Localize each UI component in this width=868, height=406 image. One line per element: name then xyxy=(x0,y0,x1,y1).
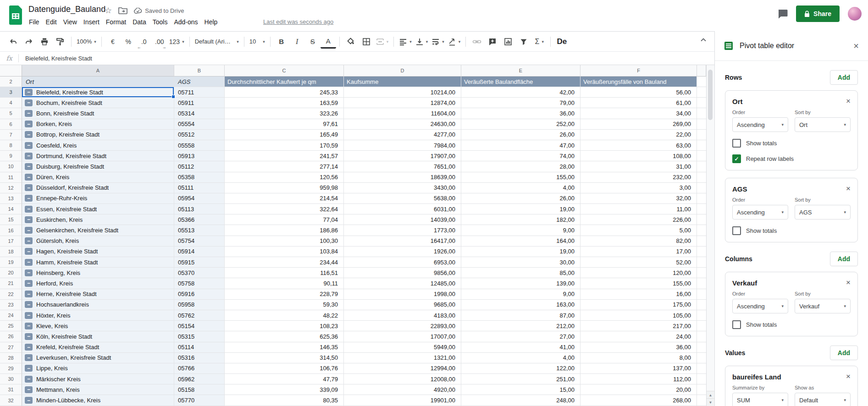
ags-order-select[interactable]: Ascending▾ xyxy=(732,205,788,219)
cell-kaufsumme[interactable]: 4277,00 xyxy=(344,130,461,140)
cell-ort[interactable]: −Leverkusen, Kreisfreie Stadt xyxy=(22,353,174,363)
cell-faelle[interactable]: 175,00 xyxy=(581,300,697,310)
text-rotation-button[interactable]: ▾ xyxy=(446,35,463,48)
menu-insert[interactable]: Insert xyxy=(80,16,103,27)
cell-ort[interactable]: −Coesfeld, Kreis xyxy=(22,140,174,151)
cell-faelle[interactable]: 56,00 xyxy=(581,87,697,98)
row-number[interactable]: 25 xyxy=(0,321,22,331)
create-filter-button[interactable] xyxy=(516,35,531,48)
menu-data[interactable]: Data xyxy=(129,16,149,27)
cell-flaeche[interactable]: 79,00 xyxy=(461,98,581,108)
cell-kaufwert[interactable]: 170,59 xyxy=(225,140,344,151)
row-number[interactable]: 30 xyxy=(0,374,22,384)
collapse-group-icon[interactable]: − xyxy=(25,153,33,159)
comment-history-icon[interactable] xyxy=(778,9,788,19)
cell-faelle[interactable]: 52,00 xyxy=(581,257,697,268)
cell-kaufwert[interactable]: 165,49 xyxy=(225,130,344,140)
cell-ort[interactable]: −Heinsberg, Kreis xyxy=(22,268,174,278)
collapse-toolbar-icon[interactable] xyxy=(700,36,707,44)
horizontal-align-button[interactable]: ▾ xyxy=(397,35,414,48)
cell-empty[interactable] xyxy=(697,268,706,278)
row-number[interactable]: 9 xyxy=(0,151,22,161)
fill-color-button[interactable] xyxy=(343,35,359,48)
cell-kaufwert[interactable]: 48,22 xyxy=(225,310,344,321)
collapse-group-icon[interactable]: − xyxy=(25,227,33,234)
cell-ort[interactable]: −Duisburg, Kreisfreie Stadt xyxy=(22,161,174,172)
remove-baureifes-land-icon[interactable]: × xyxy=(846,372,851,381)
cell-flaeche[interactable]: 74,00 xyxy=(461,151,581,161)
cell-flaeche[interactable]: 9,00 xyxy=(461,289,581,300)
print-button[interactable] xyxy=(37,35,52,48)
cell-flaeche[interactable]: 26,00 xyxy=(461,193,581,204)
cell-kaufwert[interactable]: 228,79 xyxy=(225,289,344,300)
menu-view[interactable]: View xyxy=(60,16,80,27)
cell-empty[interactable] xyxy=(697,331,706,342)
row-number[interactable]: 21 xyxy=(0,278,22,289)
cell-flaeche[interactable]: 19,00 xyxy=(461,247,581,257)
cell-empty[interactable] xyxy=(697,77,706,87)
cell-ags[interactable]: 05758 xyxy=(174,278,225,289)
remove-ort-icon[interactable]: × xyxy=(846,97,851,106)
cell-ags[interactable]: 05911 xyxy=(174,98,225,108)
cell-ort[interactable]: −Bochum, Kreisfreie Stadt xyxy=(22,98,174,108)
cell-kaufwert[interactable]: 108,23 xyxy=(225,321,344,331)
row-number[interactable]: 10 xyxy=(0,161,22,172)
collapse-group-icon[interactable]: − xyxy=(25,397,33,404)
collapse-group-icon[interactable]: − xyxy=(25,184,33,191)
cell-flaeche[interactable]: 4,00 xyxy=(461,183,581,193)
sheets-logo-icon[interactable] xyxy=(8,5,23,25)
cell-kaufsumme[interactable]: 5638,00 xyxy=(344,193,461,204)
cell-flaeche[interactable]: 42,00 xyxy=(461,87,581,98)
row-number[interactable]: 20 xyxy=(0,268,22,278)
cell-kaufsumme[interactable]: 9685,00 xyxy=(344,300,461,310)
cell-kaufwert[interactable]: 80,35 xyxy=(225,395,344,406)
insert-comment-button[interactable] xyxy=(485,35,500,48)
insert-chart-button[interactable] xyxy=(500,35,516,48)
cell-kaufsumme[interactable]: 1321,00 xyxy=(344,353,461,363)
collapse-group-icon[interactable]: − xyxy=(25,301,33,308)
cell-ags[interactable]: 05916 xyxy=(174,289,225,300)
cell-ort[interactable]: −Bonn, Kreisfreie Stadt xyxy=(22,108,174,119)
row-number[interactable]: 7 xyxy=(0,130,22,140)
row-number[interactable]: 14 xyxy=(0,204,22,214)
datenguide-addon-button[interactable]: De xyxy=(554,35,569,48)
cell-ags[interactable]: 05113 xyxy=(174,204,225,214)
cell-ags[interactable]: 05954 xyxy=(174,193,225,204)
select-all-corner[interactable] xyxy=(0,65,22,77)
cell-empty[interactable] xyxy=(697,257,706,268)
cell-empty[interactable] xyxy=(697,108,706,119)
cell-faelle[interactable]: 20,00 xyxy=(581,384,697,395)
cell-faelle[interactable]: 82,00 xyxy=(581,236,697,247)
cell-flaeche[interactable]: 28,00 xyxy=(461,161,581,172)
header-cell-ort[interactable]: Ort xyxy=(22,77,174,87)
row-number[interactable]: 23 xyxy=(0,300,22,310)
row-number[interactable]: 4 xyxy=(0,98,22,108)
cell-kaufwert[interactable]: 103,84 xyxy=(225,247,344,257)
cell-empty[interactable] xyxy=(697,151,706,161)
cell-empty[interactable] xyxy=(697,161,706,172)
cell-faelle[interactable]: 24,00 xyxy=(581,331,697,342)
cell-ags[interactable]: 05754 xyxy=(174,236,225,247)
collapse-group-icon[interactable]: − xyxy=(25,163,33,170)
cell-flaeche[interactable]: 155,00 xyxy=(461,172,581,183)
header-cell-flaeche[interactable]: Veräußerte Baulandfläche xyxy=(461,77,581,87)
cell-kaufwert[interactable]: 625,36 xyxy=(225,331,344,342)
move-folder-icon[interactable] xyxy=(118,7,127,14)
cell-empty[interactable] xyxy=(697,395,706,406)
cell-empty[interactable] xyxy=(697,193,706,204)
cell-kaufwert[interactable]: 146,35 xyxy=(225,342,344,353)
paint-format-button[interactable] xyxy=(52,35,68,48)
cell-ags[interactable]: 05512 xyxy=(174,130,225,140)
cell-flaeche[interactable]: 4,00 xyxy=(461,353,581,363)
remove-ags-icon[interactable]: × xyxy=(846,184,851,193)
cell-kaufsumme[interactable]: 12008,00 xyxy=(344,374,461,384)
row-number[interactable]: 2 xyxy=(0,77,22,87)
ort-sortby-select[interactable]: Ort▾ xyxy=(795,117,851,132)
row-number[interactable]: 26 xyxy=(0,331,22,342)
row-number[interactable]: 29 xyxy=(0,363,22,374)
cell-flaeche[interactable]: 85,00 xyxy=(461,268,581,278)
cell-kaufwert[interactable]: 214,54 xyxy=(225,193,344,204)
cell-empty[interactable] xyxy=(697,172,706,183)
column-header-A[interactable]: A xyxy=(22,65,174,77)
summarize-by-select[interactable]: SUM▾ xyxy=(732,393,788,406)
